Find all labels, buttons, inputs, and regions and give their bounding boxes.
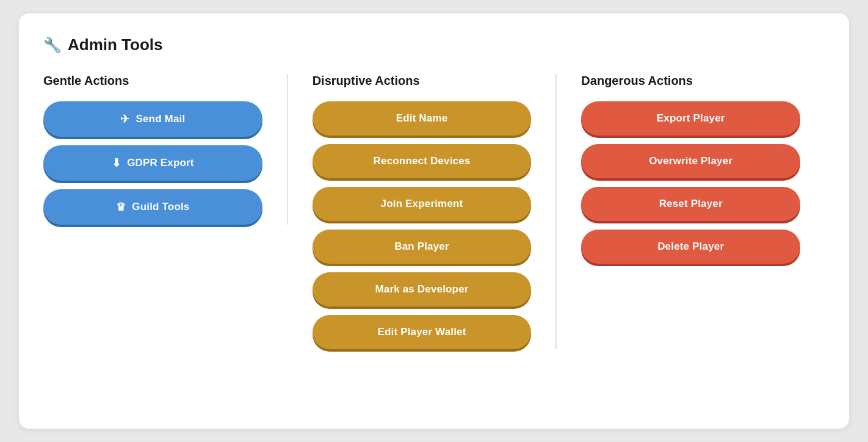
gentle-actions-list: ✈ Send Mail ⬇ GDPR Export ♛ Guild Tools [43,101,262,225]
gentle-actions-title: Gentle Actions [43,74,262,88]
wrench-icon: 🔧 [43,37,62,54]
overwrite-player-button[interactable]: Overwrite Player [581,144,800,178]
gdpr-export-button[interactable]: ⬇ GDPR Export [43,145,262,181]
mark-as-developer-label: Mark as Developer [375,283,468,295]
disruptive-actions-list: Edit Name Reconnect Devices Join Experim… [313,101,532,349]
guild-tools-label: Guild Tools [132,201,189,213]
dangerous-actions-list: Export Player Overwrite Player Reset Pla… [581,101,800,264]
delete-player-button[interactable]: Delete Player [581,230,800,264]
disruptive-actions-column: Disruptive Actions Edit Name Reconnect D… [288,74,557,349]
overwrite-player-label: Overwrite Player [649,155,732,167]
admin-tools-card: 🔧 Admin Tools Gentle Actions ✈ Send Mail… [19,13,849,429]
edit-name-label: Edit Name [396,112,448,125]
reconnect-devices-label: Reconnect Devices [374,155,471,167]
gentle-actions-column: Gentle Actions ✈ Send Mail ⬇ GDPR Export… [43,74,288,225]
gdpr-export-icon: ⬇ [112,156,121,170]
join-experiment-label: Join Experiment [381,198,463,210]
columns-container: Gentle Actions ✈ Send Mail ⬇ GDPR Export… [43,74,825,349]
edit-name-button[interactable]: Edit Name [313,101,532,136]
reset-player-button[interactable]: Reset Player [581,187,800,221]
page-title: Admin Tools [68,35,163,54]
export-player-label: Export Player [657,112,725,125]
mark-as-developer-button[interactable]: Mark as Developer [313,272,532,306]
reconnect-devices-button[interactable]: Reconnect Devices [313,144,532,178]
send-mail-button[interactable]: ✈ Send Mail [43,101,262,137]
page-header: 🔧 Admin Tools [43,35,825,54]
send-mail-label: Send Mail [136,113,185,125]
delete-player-label: Delete Player [657,241,724,253]
gdpr-export-label: GDPR Export [127,157,194,169]
edit-player-wallet-label: Edit Player Wallet [377,326,466,338]
dangerous-actions-title: Dangerous Actions [581,74,800,88]
guild-tools-button[interactable]: ♛ Guild Tools [43,189,262,225]
send-mail-icon: ✈ [120,112,129,126]
disruptive-actions-title: Disruptive Actions [313,74,532,88]
reset-player-label: Reset Player [659,198,723,210]
dangerous-actions-column: Dangerous Actions Export Player Overwrit… [557,74,825,264]
join-experiment-button[interactable]: Join Experiment [313,187,532,221]
ban-player-button[interactable]: Ban Player [313,230,532,264]
edit-player-wallet-button[interactable]: Edit Player Wallet [313,315,532,349]
guild-tools-icon: ♛ [116,200,126,214]
ban-player-label: Ban Player [394,241,449,253]
export-player-button[interactable]: Export Player [581,101,800,136]
